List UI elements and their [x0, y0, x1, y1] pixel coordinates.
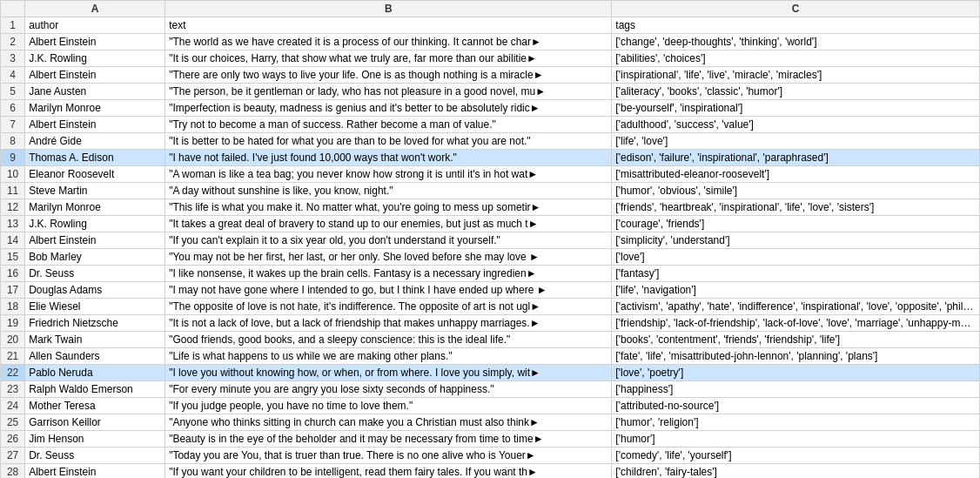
tags-cell: ['courage', 'friends'] — [612, 216, 980, 232]
table-row[interactable]: 6Marilyn Monroe"Imperfection is beauty, … — [1, 100, 980, 117]
row-num-cell: 9 — [1, 150, 25, 166]
table-row[interactable]: 18Elie Wiesel"The opposite of love is no… — [1, 299, 980, 315]
table-row[interactable]: 13J.K. Rowling"It takes a great deal of … — [1, 216, 980, 232]
text-cell: "This life is what you make it. No matte… — [165, 199, 612, 216]
author-cell: Thomas A. Edison — [25, 150, 165, 166]
author-cell: Dr. Seuss — [25, 266, 165, 282]
text-cell: "The person, be it gentleman or lady, wh… — [165, 84, 612, 100]
text-cell: "A woman is like a tea bag; you never kn… — [165, 166, 612, 183]
table-body: 2Albert Einstein"The world as we have cr… — [1, 34, 980, 479]
tags-cell: ['attributed-no-source'] — [612, 398, 980, 414]
text-cell: "It takes a great deal of bravery to sta… — [165, 216, 612, 232]
tags-cell: ['aliteracy', 'books', 'classic', 'humor… — [612, 84, 980, 100]
row-num-cell: 28 — [1, 464, 25, 479]
tags-cell: ['inspirational', 'life', 'live', 'mirac… — [612, 67, 980, 84]
author-cell: Albert Einstein — [25, 67, 165, 84]
table-row[interactable]: 19Friedrich Nietzsche"It is not a lack o… — [1, 315, 980, 332]
author-cell: Eleanor Roosevelt — [25, 166, 165, 183]
row-num-cell: 25 — [1, 414, 25, 431]
tags-cell: ['life', 'navigation'] — [612, 282, 980, 299]
table-row[interactable]: 22Pablo Neruda"I love you without knowin… — [1, 365, 980, 381]
row-num-cell: 14 — [1, 232, 25, 249]
table-row[interactable]: 28Albert Einstein"If you want your child… — [1, 464, 980, 479]
row-num-cell: 8 — [1, 133, 25, 150]
row-num-cell: 2 — [1, 34, 25, 50]
table-row[interactable]: 21Allen Saunders"Life is what happens to… — [1, 348, 980, 365]
tags-cell: ['friendship', 'lack-of-friendship', 'la… — [612, 315, 980, 332]
text-cell: "Try not to become a man of success. Rat… — [165, 117, 612, 133]
author-cell: Steve Martin — [25, 183, 165, 199]
author-cell: Jim Henson — [25, 431, 165, 448]
table-row[interactable]: 5Jane Austen"The person, be it gentleman… — [1, 84, 980, 100]
table-row[interactable]: 27Dr. Seuss"Today you are You, that is t… — [1, 448, 980, 464]
table-row[interactable]: 4Albert Einstein"There are only two ways… — [1, 67, 980, 84]
text-cell: "Beauty is in the eye of the beholder an… — [165, 431, 612, 448]
text-cell: "Life is what happens to us while we are… — [165, 348, 612, 365]
author-cell: Dr. Seuss — [25, 448, 165, 464]
table-row[interactable]: 9Thomas A. Edison"I have not failed. I'v… — [1, 150, 980, 166]
text-cell: "I have not failed. I've just found 10,0… — [165, 150, 612, 166]
tags-cell: ['activism', 'apathy', 'hate', 'indiffer… — [612, 299, 980, 315]
field-label-row: 1 author text tags — [1, 17, 980, 34]
row-num-cell: 20 — [1, 332, 25, 348]
tags-cell: ['comedy', 'life', 'yourself'] — [612, 448, 980, 464]
table-row[interactable]: 14Albert Einstein"If you can't explain i… — [1, 232, 980, 249]
author-cell: Douglas Adams — [25, 282, 165, 299]
col-a-header[interactable]: A — [25, 1, 165, 17]
text-cell: "It is better to be hated for what you a… — [165, 133, 612, 150]
table-row[interactable]: 2Albert Einstein"The world as we have cr… — [1, 34, 980, 50]
author-cell: J.K. Rowling — [25, 216, 165, 232]
text-cell: "Imperfection is beauty, madness is geni… — [165, 100, 612, 117]
row-num-header — [1, 1, 25, 17]
text-cell: "I love you without knowing how, or when… — [165, 365, 612, 381]
col-b-label: text — [165, 17, 612, 34]
row-num-cell: 10 — [1, 166, 25, 183]
author-cell: Mark Twain — [25, 332, 165, 348]
row-num-cell: 6 — [1, 100, 25, 117]
row-num-cell: 19 — [1, 315, 25, 332]
row-num-cell: 27 — [1, 448, 25, 464]
column-headers: A B C — [1, 1, 980, 17]
row-num-cell: 26 — [1, 431, 25, 448]
col-c-header[interactable]: C — [612, 1, 980, 17]
table-row[interactable]: 24Mother Teresa"If you judge people, you… — [1, 398, 980, 414]
tags-cell: ['humor', 'religion'] — [612, 414, 980, 431]
table-row[interactable]: 23Ralph Waldo Emerson"For every minute y… — [1, 381, 980, 398]
row-num-cell: 23 — [1, 381, 25, 398]
table-row[interactable]: 3J.K. Rowling"It is our choices, Harry, … — [1, 50, 980, 67]
tags-cell: ['misattributed-eleanor-roosevelt'] — [612, 166, 980, 183]
row-num-cell: 15 — [1, 249, 25, 266]
author-cell: Garrison Keillor — [25, 414, 165, 431]
table-row[interactable]: 8André Gide"It is better to be hated for… — [1, 133, 980, 150]
table-row[interactable]: 12Marilyn Monroe"This life is what you m… — [1, 199, 980, 216]
table-row[interactable]: 26Jim Henson"Beauty is in the eye of the… — [1, 431, 980, 448]
author-cell: Elie Wiesel — [25, 299, 165, 315]
table-row[interactable]: 20Mark Twain"Good friends, good books, a… — [1, 332, 980, 348]
text-cell: "It is our choices, Harry, that show wha… — [165, 50, 612, 67]
row-num-cell: 7 — [1, 117, 25, 133]
table-row[interactable]: 7Albert Einstein"Try not to become a man… — [1, 117, 980, 133]
tags-cell: ['love', 'poetry'] — [612, 365, 980, 381]
tags-cell: ['be-yourself', 'inspirational'] — [612, 100, 980, 117]
tags-cell: ['children', 'fairy-tales'] — [612, 464, 980, 479]
tags-cell: ['fantasy'] — [612, 266, 980, 282]
table-row[interactable]: 11Steve Martin"A day without sunshine is… — [1, 183, 980, 199]
author-cell: Jane Austen — [25, 84, 165, 100]
table-row[interactable]: 15Bob Marley"You may not be her first, h… — [1, 249, 980, 266]
author-cell: Friedrich Nietzsche — [25, 315, 165, 332]
table-row[interactable]: 25Garrison Keillor"Anyone who thinks sit… — [1, 414, 980, 431]
table-row[interactable]: 16Dr. Seuss"I like nonsense, it wakes up… — [1, 266, 980, 282]
text-cell: "I may not have gone where I intended to… — [165, 282, 612, 299]
row-num-1: 1 — [1, 17, 25, 34]
tags-cell: ['simplicity', 'understand'] — [612, 232, 980, 249]
row-num-cell: 18 — [1, 299, 25, 315]
row-num-cell: 16 — [1, 266, 25, 282]
row-num-cell: 3 — [1, 50, 25, 67]
table-row[interactable]: 17Douglas Adams"I may not have gone wher… — [1, 282, 980, 299]
table-row[interactable]: 10Eleanor Roosevelt"A woman is like a te… — [1, 166, 980, 183]
tags-cell: ['edison', 'failure', 'inspirational', '… — [612, 150, 980, 166]
col-b-header[interactable]: B — [165, 1, 612, 17]
row-num-cell: 4 — [1, 67, 25, 84]
tags-cell: ['change', 'deep-thoughts', 'thinking', … — [612, 34, 980, 50]
row-num-cell: 12 — [1, 199, 25, 216]
